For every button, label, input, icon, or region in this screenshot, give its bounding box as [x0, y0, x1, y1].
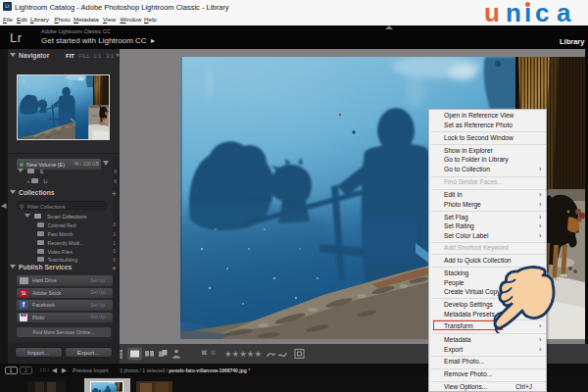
svg-text:★★★★★: ★★★★★: [224, 349, 262, 359]
